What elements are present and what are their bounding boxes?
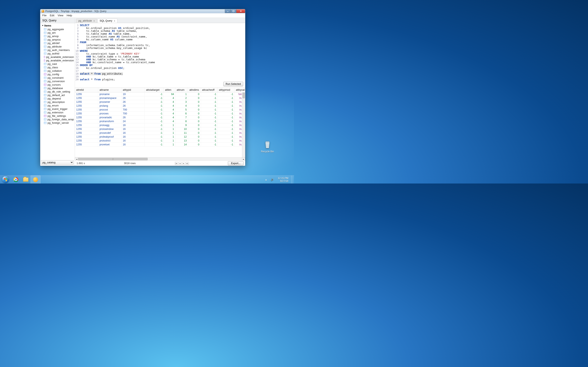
- table-icon: [44, 39, 47, 41]
- sidebar-item[interactable]: pg_aggregate: [43, 27, 75, 31]
- sidebar-item[interactable]: pg_conversion: [43, 80, 75, 83]
- scroll-left-icon[interactable]: ◂: [75, 157, 78, 160]
- table-row[interactable]: 1255proiswindow16-11100-1-1true: [75, 127, 245, 131]
- table-row[interactable]: 1255proname19-16410-1-1false: [75, 92, 245, 96]
- maximize-button[interactable]: [231, 9, 236, 13]
- menu-edit[interactable]: Edit: [50, 14, 54, 17]
- hscroll-thumb[interactable]: [78, 158, 148, 160]
- app-taskbar-icon: [33, 177, 38, 182]
- sidebar-item[interactable]: pg_attrdef: [43, 42, 75, 45]
- column-header[interactable]: attlen: [164, 88, 175, 92]
- start-button[interactable]: [0, 175, 11, 184]
- sidebar-item[interactable]: pg_available_extension: [43, 55, 75, 59]
- vertical-scrollbar[interactable]: [242, 92, 245, 157]
- table-row[interactable]: 1255procost700-1450-1-1true: [75, 108, 245, 112]
- sidebar-item[interactable]: pg_foreign_data_wrap: [43, 118, 75, 121]
- horizontal-scrollbar[interactable]: ◂ ▸: [75, 157, 245, 160]
- table-row[interactable]: 1255protransform24-1480-1-1true: [75, 119, 245, 123]
- table-icon: [44, 28, 47, 30]
- editor-tab[interactable]: pg_attributex: [76, 18, 97, 23]
- sidebar-item-label: pg_available_extension: [46, 55, 74, 58]
- close-icon[interactable]: x: [114, 20, 115, 22]
- nav-last-button[interactable]: ▸|: [186, 162, 189, 165]
- table-row[interactable]: 1255proisstrict16-11130-1-1true: [75, 139, 245, 143]
- table-row[interactable]: 1255proretset16-11140-1-1true: [75, 143, 245, 147]
- table-icon: [44, 83, 47, 86]
- tray-volume-icon[interactable]: 🔊: [269, 178, 275, 181]
- column-header[interactable]: attbyval: [234, 88, 245, 92]
- sidebar-section-items[interactable]: Items: [40, 23, 75, 27]
- nav-next-button[interactable]: ▸: [182, 162, 185, 165]
- export-button[interactable]: Export...: [228, 161, 243, 165]
- taskbar-postgresql-app[interactable]: [31, 175, 40, 184]
- close-icon[interactable]: x: [94, 20, 95, 22]
- table-row[interactable]: 1255pronamespace26-1420-1-1true: [75, 96, 245, 100]
- table-icon: [44, 56, 45, 58]
- show-desktop-button[interactable]: [291, 175, 293, 184]
- sidebar-item[interactable]: pg_extension: [43, 111, 75, 114]
- sidebar-item[interactable]: pg_authid: [43, 52, 75, 55]
- sidebar-item[interactable]: pg_class: [43, 66, 75, 69]
- sidebar-item[interactable]: pg_depend: [43, 97, 75, 100]
- schema-select[interactable]: pg_catalog: [41, 160, 73, 165]
- column-header[interactable]: attndims: [188, 88, 201, 92]
- sidebar-item[interactable]: pg_cursors: [43, 83, 75, 86]
- table-row[interactable]: 1255proowner26-1430-1-1true: [75, 100, 245, 104]
- recycle-bin[interactable]: Recycle Bin: [259, 140, 276, 153]
- scroll-thumb[interactable]: [242, 92, 245, 98]
- column-header[interactable]: attcacheoff: [201, 88, 218, 92]
- sidebar-item[interactable]: pg_description: [43, 100, 75, 104]
- sidebar-item[interactable]: pg_auth_members: [43, 48, 75, 52]
- table-row[interactable]: 1255prosecdef16-11110-1-1true: [75, 131, 245, 135]
- titlebar[interactable]: PostgreSQL : TinyApp : tinyapp_productio…: [40, 9, 245, 13]
- sidebar-item[interactable]: pg_attribute: [43, 45, 75, 48]
- sidebar-item[interactable]: pg_available_extension: [43, 59, 75, 62]
- minimize-button[interactable]: [225, 9, 231, 13]
- table-row[interactable]: 1255proleakproof16-11120-1-1true: [75, 135, 245, 139]
- menu-view[interactable]: View: [58, 14, 63, 17]
- close-button[interactable]: [236, 9, 245, 13]
- run-selected-button[interactable]: Run Selected: [223, 82, 243, 86]
- sidebar-item[interactable]: pg_constraint: [43, 76, 75, 80]
- sidebar-item[interactable]: pg_am: [43, 31, 75, 34]
- table-row[interactable]: 1255prorows700-1460-1-1true: [75, 112, 245, 116]
- sidebar-item[interactable]: pg_amproc: [43, 38, 75, 42]
- sidebar-item[interactable]: pg_foreign_server: [43, 121, 75, 125]
- nav-prev-button[interactable]: ◂: [178, 162, 182, 165]
- taskbar-chrome[interactable]: [11, 175, 21, 184]
- sidebar-item-label: pg_authid: [48, 52, 59, 55]
- table-row[interactable]: 1255prolang26-1440-1-1true: [75, 104, 245, 108]
- column-header[interactable]: attname: [98, 88, 121, 92]
- sidebar-item[interactable]: pg_db_role_setting: [43, 90, 75, 93]
- tray-arrow-icon[interactable]: ▴: [264, 178, 268, 181]
- column-header[interactable]: attstattarget: [145, 88, 164, 92]
- column-header[interactable]: atttypid: [121, 88, 145, 92]
- menu-file[interactable]: File: [42, 14, 47, 17]
- table-row[interactable]: 1255proisagg16-1190-1-1true: [75, 123, 245, 127]
- sidebar-item[interactable]: pg_config: [43, 73, 75, 76]
- menubar: File Edit View Help: [40, 13, 245, 18]
- column-header[interactable]: attrelid: [75, 88, 98, 92]
- nav-first-button[interactable]: |◂: [175, 162, 178, 165]
- menu-help[interactable]: Help: [67, 14, 72, 17]
- sql-editor[interactable]: 1234567891011121314151617181920 SELECT k…: [75, 23, 245, 81]
- editor-tab[interactable]: SQL Queryx: [97, 18, 117, 23]
- sidebar-item[interactable]: pg_collation: [43, 69, 75, 73]
- editor-code[interactable]: SELECT kc.ordinal_position AS ordinal_po…: [80, 24, 245, 80]
- scroll-right-icon[interactable]: ▸: [242, 157, 245, 160]
- tray-clock[interactable]: 12:15 PM 8/27/18: [277, 177, 290, 183]
- sidebar-item[interactable]: pg_enum: [43, 104, 75, 107]
- table-row[interactable]: 1255provariadic26-1470-1-1true: [75, 116, 245, 119]
- sidebar-item[interactable]: pg_file_settings: [43, 114, 75, 118]
- sidebar-item[interactable]: pg_event_trigger: [43, 107, 75, 111]
- sidebar-item[interactable]: pg_cast: [43, 62, 75, 66]
- column-header[interactable]: attnum: [175, 88, 188, 92]
- window-title: PostgreSQL : TinyApp : tinyapp_productio…: [45, 10, 106, 13]
- taskbar-explorer[interactable]: [21, 175, 31, 184]
- results-grid[interactable]: attrelidattnameatttypidattstattargetattl…: [75, 88, 245, 157]
- sidebar-item[interactable]: pg_default_acl: [43, 93, 75, 97]
- sidebar-item[interactable]: pg_amop: [43, 34, 75, 38]
- table-icon: [44, 59, 45, 62]
- sidebar-item[interactable]: pg_database: [43, 86, 75, 90]
- column-header[interactable]: atttypmod: [218, 88, 234, 92]
